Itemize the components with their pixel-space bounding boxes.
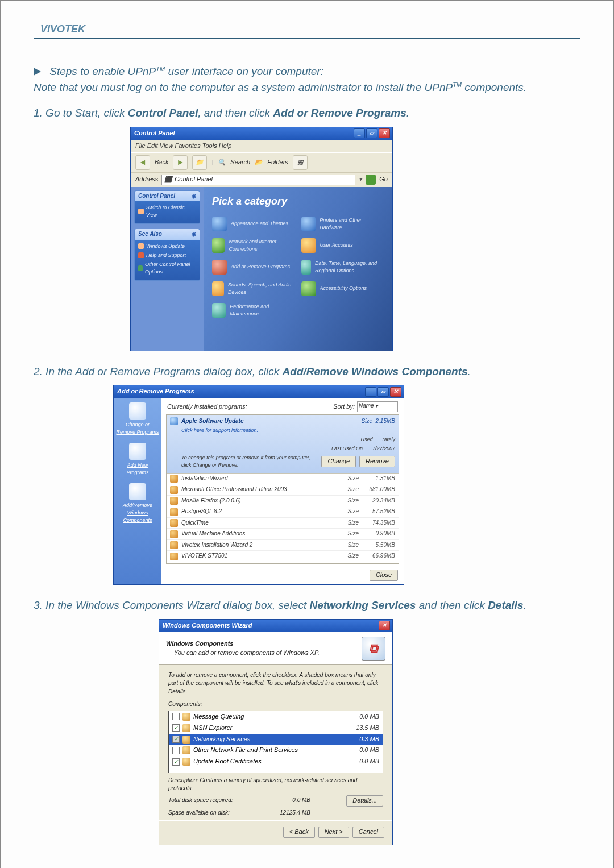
remove-button[interactable]: Remove [359, 456, 395, 467]
arp-left-pane: Change or Remove Programs Add New Progra… [114, 398, 161, 584]
component-checkbox[interactable] [172, 713, 180, 720]
cat-sounds[interactable]: Sounds, Speech, and Audio Devices [212, 281, 296, 296]
size-label: Size [337, 475, 359, 483]
program-name: VIVOTEK ST7501 [181, 552, 334, 560]
address-icon: ⬛ [164, 175, 172, 184]
screenshot-win-components: Windows Components Wizard ✕ Windows Comp… [159, 619, 580, 845]
program-name: Installation Wizard [181, 475, 334, 483]
maximize-button[interactable]: ▱ [377, 387, 389, 397]
wizard-heading: Windows Components [166, 640, 233, 647]
support-link[interactable]: Click here for support information. [181, 427, 395, 434]
cat-performance[interactable]: Performance and Maintenance [212, 303, 296, 318]
program-list[interactable]: Apple Software Update Size 2.15MB Click … [166, 414, 399, 564]
program-row[interactable]: Mozilla Firefox (2.0.0.6)Size20.34MB [167, 496, 399, 507]
components-list[interactable]: Message Queuing0.0 MB✓MSN Explorer13.5 M… [168, 711, 383, 773]
program-row[interactable]: VIVOTEK ST7501Size66.96MB [167, 551, 399, 562]
maximize-button[interactable]: ▱ [366, 128, 377, 138]
close-button[interactable]: Close [370, 570, 398, 581]
collapse-icon[interactable]: ◉ [191, 230, 196, 239]
address-input[interactable]: ⬛ Control Panel [161, 175, 355, 185]
program-row[interactable]: Installation WizardSize1.31MB [167, 474, 399, 485]
size-value: 1.31MB [362, 475, 395, 483]
details-button[interactable]: Details... [346, 795, 383, 807]
component-icon [182, 746, 190, 754]
step-3: 3. In the Windows Components Wizard dial… [34, 597, 580, 613]
address-bar: Address ⬛ Control Panel ▾ Go [131, 172, 392, 187]
switch-classic-link[interactable]: Switch to Classic View [138, 204, 196, 219]
component-checkbox[interactable]: ✓ [172, 758, 180, 766]
component-row[interactable]: Other Network File and Print Services0.0… [169, 745, 383, 756]
cat-date-time[interactable]: Date, Time, Language, and Regional Optio… [301, 260, 385, 275]
program-row[interactable]: Vivotek Installation Wizard 2Size5.50MB [167, 540, 399, 551]
component-size: 0.3 MB [350, 735, 379, 744]
program-row[interactable]: QuickTimeSize74.35MB [167, 518, 399, 529]
disk-required-row: Total disk space required: 0.0 MB Detail… [168, 795, 383, 807]
folders-label[interactable]: Folders [267, 158, 288, 167]
component-checkbox[interactable]: ✓ [172, 736, 180, 743]
program-row[interactable]: PostgreSQL 8.2Size57.52MB [167, 506, 399, 518]
cat-network[interactable]: Network and Internet Connections [212, 238, 296, 253]
component-row[interactable]: ✓Update Root Certificates0.0 MB [169, 756, 383, 767]
folders-icon[interactable]: 📂 [255, 158, 263, 167]
component-icon [182, 713, 190, 721]
windows-update-link[interactable]: Windows Update [138, 243, 196, 250]
size-value: 57.52MB [362, 508, 395, 516]
next-button[interactable]: Next > [318, 827, 349, 838]
component-size: 0.0 MB [350, 746, 379, 755]
collapse-icon[interactable]: ◉ [191, 192, 196, 201]
perf-icon [212, 303, 226, 318]
menu-bar[interactable]: File Edit View Favorites Tools Help [131, 140, 392, 152]
change-button[interactable]: Change [321, 456, 356, 467]
program-row[interactable]: Windows Genuine Advantage Validation Too… [167, 562, 399, 564]
other-cp-link[interactable]: Other Control Panel Options [138, 261, 196, 276]
cat-appearance[interactable]: Appearance and Themes [212, 217, 296, 231]
program-icon [170, 519, 178, 527]
minimize-button[interactable]: _ [354, 128, 365, 138]
component-row[interactable]: ✓Networking Services0.3 MB [169, 734, 383, 745]
sortby-select[interactable]: Name ▾ [357, 401, 398, 412]
cat-users[interactable]: User Accounts [301, 238, 385, 253]
close-button[interactable]: ✕ [379, 128, 390, 138]
help-support-link[interactable]: Help and Support [138, 252, 196, 259]
size-value: 74.35MB [362, 519, 395, 528]
search-icon[interactable]: 🔍 [218, 158, 226, 167]
sortby-label: Sort by: [333, 402, 355, 412]
control-panel-body: Control Panel ◉ Switch to Classic View S… [131, 187, 392, 351]
size-value: 381.00MB [362, 485, 395, 494]
add-new-icon [129, 443, 146, 460]
cat-printers[interactable]: Printers and Other Hardware [301, 217, 385, 231]
change-remove-icon [129, 402, 146, 420]
change-remove-tab[interactable]: Change or Remove Programs [116, 402, 159, 436]
selected-program[interactable]: Apple Software Update Size 2.15MB Click … [167, 415, 399, 474]
component-name: Other Network File and Print Services [193, 746, 347, 755]
search-label[interactable]: Search [230, 158, 250, 167]
page-body: Steps to enable UPnPTM user interface on… [34, 64, 580, 868]
cp-panel-title: Control Panel ◉ [135, 191, 200, 202]
up-button[interactable]: 📁 [192, 155, 207, 170]
back-button[interactable]: ◄ [135, 155, 150, 170]
close-button[interactable]: ✕ [390, 387, 401, 397]
views-button[interactable]: ▦ [293, 155, 308, 170]
component-row[interactable]: Message Queuing0.0 MB [169, 711, 383, 722]
arp-top-bar: Currently installed programs: Sort by: N… [161, 398, 404, 414]
cat-accessibility[interactable]: Accessibility Options [301, 281, 385, 296]
back-button[interactable]: < Back [283, 827, 315, 838]
program-row[interactable]: Microsoft Office Professional Edition 20… [167, 484, 399, 496]
component-checkbox[interactable]: ✓ [172, 724, 180, 732]
go-button[interactable] [366, 175, 376, 185]
cancel-button[interactable]: Cancel [352, 827, 384, 838]
go-label: Go [379, 175, 388, 184]
forward-button[interactable]: ► [173, 155, 188, 170]
program-icon [170, 563, 178, 564]
cat-add-remove[interactable]: Add or Remove Programs [212, 260, 296, 275]
seealso-title: See Also ◉ [135, 229, 200, 240]
program-row[interactable]: Virtual Machine AdditionsSize0.90MB [167, 529, 399, 540]
minimize-button[interactable]: _ [365, 387, 376, 397]
component-row[interactable]: ✓MSN Explorer13.5 MB [169, 722, 383, 734]
close-button[interactable]: ✕ [379, 621, 390, 630]
component-checkbox[interactable] [172, 747, 180, 754]
component-name: Networking Services [193, 735, 347, 744]
add-new-tab[interactable]: Add New Programs [116, 443, 159, 476]
windows-components-tab[interactable]: Add/Remove Windows Components [116, 483, 159, 524]
date-icon [301, 260, 312, 275]
